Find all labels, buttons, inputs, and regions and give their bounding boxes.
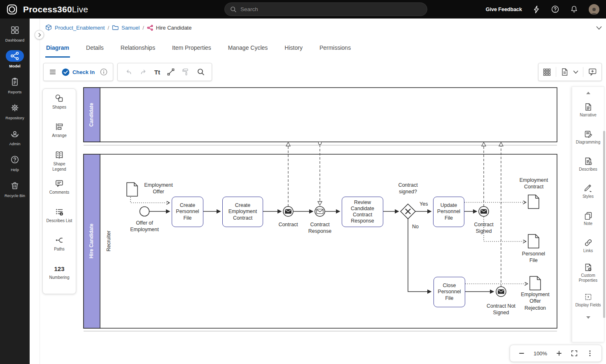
label-contract-response: Contract Response <box>303 221 337 235</box>
label-employment-offer: Employment Offer <box>141 182 176 195</box>
panel-item-label: Styles <box>574 194 602 199</box>
sidebar-item-dashboard[interactable]: Dashboard <box>0 24 30 50</box>
tab-details[interactable]: Details <box>85 42 105 58</box>
pool-candidate-label: Candidate <box>89 103 94 127</box>
tab-permissions[interactable]: Permissions <box>319 42 352 58</box>
label-offer-of-employment: Offer of Employment <box>127 220 162 233</box>
message-event-contract[interactable] <box>283 206 293 216</box>
display-fields-icon <box>584 293 592 301</box>
label-personnel-file: Personnel File <box>519 250 548 264</box>
tab-manage-cycles[interactable]: Manage Cycles <box>227 42 269 58</box>
zoom-in-icon[interactable] <box>556 350 562 357</box>
content-divider <box>40 19 40 364</box>
task-close-personnel-file[interactable]: Close Personnel File <box>434 277 465 307</box>
redo-icon[interactable] <box>140 68 148 76</box>
shapes-icon <box>55 94 64 103</box>
diagram-tools-panel: Shapes Arrange Shape Legend Comments <box>42 88 76 294</box>
panel-item-note[interactable]: Note <box>573 205 604 232</box>
fullscreen-icon[interactable] <box>571 350 578 357</box>
diagram-canvas[interactable]: Candidate Hire Candidate Recruiter <box>80 84 562 336</box>
zoom-level: 100% <box>534 350 547 357</box>
data-object-employment-offer-rejection[interactable] <box>530 276 541 290</box>
help-icon[interactable] <box>551 5 559 14</box>
document-view-icon[interactable] <box>561 68 569 76</box>
tool-comments[interactable]: Comments <box>43 179 75 207</box>
breadcrumb-link-product-enablement[interactable]: Product_Enablement <box>55 25 105 31</box>
tool-describes-list[interactable]: Describes List <box>43 207 75 236</box>
tool-paths[interactable]: Paths <box>43 236 75 264</box>
sidebar-item-recycle-bin[interactable]: Recycle Bin <box>0 180 30 206</box>
add-comment-icon[interactable] <box>588 68 597 76</box>
panel-scroll-down[interactable] <box>586 314 591 321</box>
data-object-employment-contract[interactable] <box>528 195 539 209</box>
sidebar-item-admin[interactable]: Admin <box>0 128 30 154</box>
tool-shapes[interactable]: Shapes <box>43 94 75 122</box>
data-object-employment-offer[interactable] <box>127 183 138 196</box>
toolbar-divider <box>583 67 583 77</box>
search-bar[interactable] <box>224 2 427 16</box>
info-icon[interactable] <box>100 68 107 76</box>
task-create-employment-contract[interactable]: Create Employment Contract <box>222 197 263 227</box>
message-event-contract-signed[interactable] <box>479 206 489 216</box>
panel-item-custom-properties[interactable]: Custom Properties <box>573 260 604 287</box>
task-review-candidate-contract-response[interactable]: Review Candidate Contract Response <box>342 197 383 227</box>
bell-icon[interactable] <box>570 5 578 14</box>
undo-icon[interactable] <box>124 68 133 76</box>
avatar[interactable] <box>589 4 599 15</box>
check-in-button[interactable]: Check In <box>62 68 95 76</box>
chevron-down-icon[interactable] <box>596 26 602 30</box>
message-event-contract-response[interactable] <box>315 206 325 216</box>
breadcrumb-link-samuel[interactable]: Samuel <box>121 25 140 31</box>
properties-panel: Narrative Diagramming Describes Styles <box>572 86 604 342</box>
search-diagram-icon[interactable] <box>197 68 205 76</box>
start-event-offer-of-employment[interactable] <box>140 207 149 216</box>
more-options-kebab-icon[interactable] <box>587 350 593 357</box>
sidebar-item-help[interactable]: Help <box>0 154 30 180</box>
tool-shape-legend[interactable]: Shape Legend <box>43 151 75 179</box>
message-arrowhead <box>286 142 290 146</box>
tab-history[interactable]: History <box>284 42 303 58</box>
pool-candidate[interactable]: Candidate <box>84 88 557 145</box>
grid-view-icon[interactable] <box>543 68 551 76</box>
brand-light: Live <box>72 5 88 14</box>
sidebar-item-repository[interactable]: Repository <box>0 102 30 128</box>
panel-item-describes[interactable]: Describes <box>573 151 604 178</box>
give-feedback-link[interactable]: Give Feedback <box>486 7 522 12</box>
panel-item-links[interactable]: Links <box>573 232 604 260</box>
tool-numbering[interactable]: 123 Numbering <box>43 264 75 292</box>
task-update-personnel-file[interactable]: Update Personnel File <box>433 197 464 227</box>
tool-label: Paths <box>46 247 72 252</box>
search-input[interactable] <box>240 6 422 12</box>
chevron-down-icon[interactable] <box>573 70 578 74</box>
task-create-personnel-file[interactable]: Create Personnel File <box>172 197 203 227</box>
tab-relationships[interactable]: Relationships <box>120 42 156 58</box>
label-yes: Yes <box>420 201 436 207</box>
panel-collapse-button[interactable] <box>35 30 44 39</box>
panel-item-display-fields[interactable]: Display Fields <box>573 287 604 314</box>
connector-tool-icon[interactable] <box>167 68 175 76</box>
recycle-bin-icon <box>10 181 19 190</box>
menu-hamburger-icon[interactable] <box>49 68 56 76</box>
numbering-icon: 123 <box>54 264 64 273</box>
tab-diagram[interactable]: Diagram <box>45 42 70 58</box>
panel-item-diagramming[interactable]: Diagramming <box>573 124 604 151</box>
tool-arrange[interactable]: Arrange <box>43 122 75 151</box>
panel-item-styles[interactable]: Styles <box>573 178 604 205</box>
data-object-personnel-file[interactable] <box>528 234 539 248</box>
text-tool-icon[interactable]: Tt <box>154 69 160 76</box>
zoom-out-icon[interactable] <box>518 350 525 357</box>
lightning-icon[interactable] <box>533 5 540 14</box>
tool-label: Arrange <box>46 133 72 139</box>
tab-item-properties[interactable]: Item Properties <box>171 42 212 58</box>
label-contract-signed-question: Contract signed? <box>392 182 424 195</box>
vertical-scrollbar[interactable] <box>603 131 605 318</box>
sidebar-item-model[interactable]: Model <box>0 50 30 76</box>
format-painter-icon[interactable] <box>182 68 190 76</box>
panel-item-narrative[interactable]: Narrative <box>573 97 604 124</box>
panel-item-label: Links <box>574 248 602 254</box>
panel-item-label: Describes <box>574 167 602 172</box>
message-event-contract-not-signed[interactable] <box>496 287 506 297</box>
panel-scroll-up[interactable] <box>586 89 591 97</box>
sidebar-item-reports[interactable]: Reports <box>0 76 30 102</box>
paths-icon <box>55 236 64 245</box>
